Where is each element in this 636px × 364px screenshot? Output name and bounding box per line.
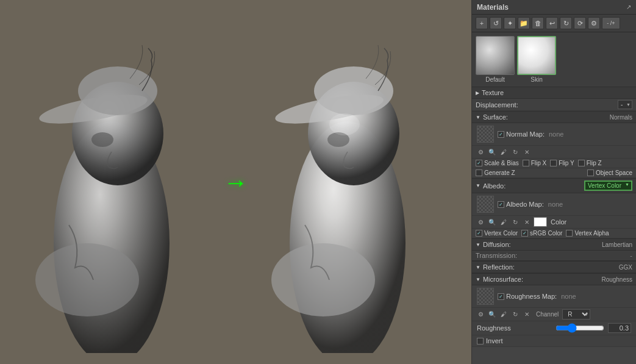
add-material-button[interactable]: + [476,17,488,29]
surface-triangle: ▼ [476,115,481,120]
svg-point-3 [78,66,157,115]
roughness-value-label: Roughness [477,324,556,332]
materials-toolbar: + ↺ ✦ 📁 🗑 ↩ ↻ ⟳ ⚙ - /+ [472,15,636,32]
redo-button[interactable]: ↻ [560,17,572,29]
vertex-color-item: Vertex Color [476,230,518,237]
am-remove-btn[interactable]: ✕ [522,217,532,227]
object-space-label: Object Space [596,170,632,176]
channel-dropdown[interactable]: R G B A [562,309,590,319]
material-thumbnails: Default Skin [472,32,636,87]
default-material-label: Default [485,76,505,83]
rm-remove-btn[interactable]: ✕ [522,310,532,319]
vertex-alpha-checkbox[interactable] [566,230,573,237]
skin-material-item[interactable]: Skin [517,36,556,83]
nm-reload-btn[interactable]: ↻ [510,147,520,157]
generate-z-checkbox[interactable] [476,170,482,176]
rm-settings-btn[interactable]: ⚙ [476,310,485,319]
rm-reload-btn[interactable]: ↻ [510,310,520,319]
delete-button[interactable]: 🗑 [532,17,544,29]
flip-z-label: Flip Z [587,160,602,166]
nm-paint-btn[interactable]: 🖌 [499,147,509,157]
albedo-section-header[interactable]: ▼ Albedo: Vertex Color [472,178,636,193]
vertex-alpha-label: Vertex Alpha [574,230,609,237]
normal-map-checkbox[interactable] [498,131,504,138]
object-space-checkbox[interactable] [587,170,594,176]
diffusion-label: Diffusion: [483,241,602,248]
rm-search-btn[interactable]: 🔍 [487,310,497,319]
srgb-color-checkbox[interactable] [521,230,528,237]
transmission-value: - [630,252,632,259]
roughness-map-toolbar: ⚙ 🔍 🖌 ↻ ✕ Channel R G B A [472,308,636,321]
flip-y-item: Flip Y [550,160,574,166]
flip-x-label: Flip X [531,160,547,166]
flip-y-checkbox[interactable] [550,160,557,166]
displacement-row: Displacement: - [472,99,636,111]
panel-expand-icon[interactable]: ↗ [626,4,631,10]
roughness-map-checkbox[interactable] [498,293,504,300]
transmission-row: Transmission: - [472,251,636,261]
normal-map-toolbar: ⚙ 🔍 🖌 ↻ ✕ [472,146,636,159]
flip-z-checkbox[interactable] [578,160,585,166]
albedo-dropdown-wrapper[interactable]: Vertex Color [584,180,632,191]
srgb-color-label: sRGB Color [530,230,562,237]
roughness-slider[interactable] [556,323,604,333]
reflection-dropdown[interactable]: GGX [619,264,632,271]
nm-remove-btn[interactable]: ✕ [522,147,532,157]
duplicate-button[interactable]: ✦ [504,17,516,29]
scale-bias-item: Scale & Bias [476,160,519,166]
svg-point-10 [271,243,375,316]
microsurface-triangle: ▼ [476,277,481,282]
minus-plus-button[interactable]: - /+ [602,17,620,29]
flip-y-label: Flip Y [559,160,574,166]
folder-button[interactable]: 📁 [518,17,530,29]
surface-section-header[interactable]: ▼ Surface: Normals [472,111,636,123]
texture-section-header[interactable]: ▶ Texture [472,87,636,99]
reflection-section-header[interactable]: ▼ Reflection: GGX [472,261,636,273]
microsurface-dropdown[interactable]: Roughness [601,276,632,283]
albedo-color-swatch[interactable] [534,217,547,227]
normal-map-preview [477,126,494,143]
albedo-map-checkbox[interactable] [498,201,504,208]
materials-panel: Materials ↗ + ↺ ✦ 📁 🗑 ↩ ↻ ⟳ ⚙ - /+ Defau… [471,0,636,364]
displacement-dropdown[interactable]: - [618,100,632,109]
default-material-thumb[interactable] [476,36,515,75]
figure-left-svg [32,12,203,353]
invert-label: Invert [486,337,503,344]
albedo-map-toolbar: ⚙ 🔍 🖌 ↻ ✕ Color [472,216,636,229]
viewport-images: → [0,0,471,364]
am-search-btn[interactable]: 🔍 [487,217,497,227]
albedo-map-row: Albedo Map: none [472,193,636,216]
roughness-number-input[interactable]: 0.3 [608,323,631,333]
normals-dropdown-label[interactable]: Normals [610,114,632,121]
microsurface-section-header[interactable]: ▼ Microsurface: Roughness [472,273,636,285]
roughness-map-check-label: Roughness Map: none [498,293,576,300]
albedo-label: Albedo: [483,182,584,190]
skin-material-thumb[interactable] [517,36,556,75]
undo-button[interactable]: ↩ [546,17,558,29]
nm-search-btn[interactable]: 🔍 [487,147,497,157]
texture-triangle: ▶ [476,90,479,96]
refresh-button[interactable]: ⟳ [574,17,586,29]
default-material-item[interactable]: Default [476,36,515,83]
diffusion-section-header[interactable]: ▼ Diffusion: Lambertian [472,238,636,251]
vertex-alpha-item: Vertex Alpha [566,230,609,237]
arrow-container: → [224,170,248,194]
generate-z-item: Generate Z [476,170,515,176]
normal-map-label: Normal Map: [506,130,545,138]
am-settings-btn[interactable]: ⚙ [476,217,485,227]
am-paint-btn[interactable]: 🖌 [499,217,509,227]
roughness-map-value: none [561,293,576,300]
settings-button[interactable]: ⚙ [588,17,600,29]
flip-x-checkbox[interactable] [523,160,529,166]
vertex-color-checkbox[interactable] [476,230,482,237]
invert-checkbox[interactable] [477,338,484,344]
reset-button[interactable]: ↺ [490,17,502,29]
diffusion-dropdown[interactable]: Lambertian [602,241,632,248]
am-reload-btn[interactable]: ↻ [510,217,520,227]
scale-bias-checkbox[interactable] [476,160,482,166]
nm-settings-btn[interactable]: ⚙ [476,147,485,157]
rm-paint-btn[interactable]: 🖌 [499,310,509,319]
reflection-label: Reflection: [483,263,619,271]
channel-dropdown-wrapper: R G B A [562,309,590,319]
displacement-label: Displacement: [476,101,618,109]
